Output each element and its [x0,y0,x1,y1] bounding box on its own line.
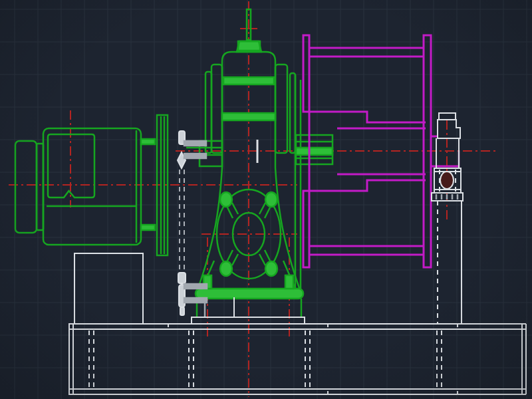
flange-spoke-7[interactable] [265,250,270,261]
motor-body[interactable] [43,128,141,245]
output-shaft-core[interactable] [296,148,332,155]
gearbox-top-collar[interactable] [238,41,260,51]
flange-spoke-1[interactable] [227,207,233,218]
flange-bolt-upper-left[interactable] [220,192,232,207]
bracket-bar-1[interactable] [184,141,206,146]
flange-bolt-lower-right[interactable] [265,261,277,276]
cad-drawing-area[interactable] [0,0,532,399]
bracket-bar-4[interactable] [184,298,207,303]
gearbox-band-upper[interactable] [223,77,274,84]
tie-bolt-tip[interactable] [180,307,184,315]
base-bolt-right[interactable] [285,275,293,289]
drum-hub-lower[interactable] [309,180,426,191]
flange-spoke-5[interactable] [227,250,233,261]
tie-bolt-nut-upper[interactable] [178,273,186,283]
flange-bolt-lower-left[interactable] [220,261,232,276]
bearing-bore[interactable] [440,172,454,189]
drum-flange-left-top[interactable] [303,35,309,112]
entities-layer [9,1,526,397]
gearbox-band-lower[interactable] [222,113,275,120]
motor-flange-bar-top[interactable] [141,139,155,144]
flange-spoke-8[interactable] [259,254,265,265]
bracket-bar-3[interactable] [184,284,207,289]
drum-hub-upper[interactable] [309,112,426,122]
motor-fan-cover[interactable] [15,141,37,233]
flange-spoke-3[interactable] [265,207,270,218]
bracket-bar-2[interactable] [184,154,206,158]
motor-flange-bar-bottom[interactable] [141,225,155,230]
bearing-cap-top[interactable] [439,113,456,120]
flange-bolt-upper-right[interactable] [265,192,277,207]
gearbox-base-plate[interactable] [196,289,303,299]
drum-flange-left-bottom[interactable] [303,191,309,267]
flange-spoke-6[interactable] [232,254,238,265]
cad-canvas[interactable] [0,0,532,399]
